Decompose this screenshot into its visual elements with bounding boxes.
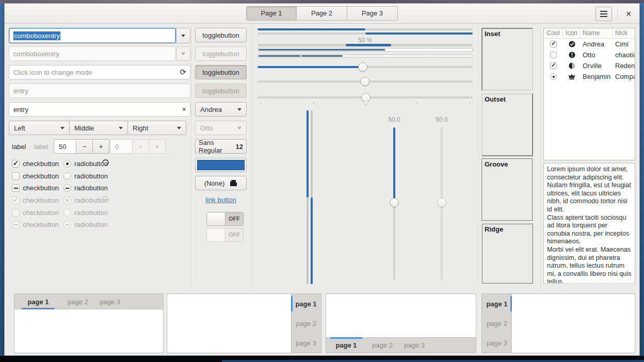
vertical-progressbar-down	[307, 110, 309, 284]
column-header-name[interactable]: Name	[581, 28, 613, 38]
combobox-otto-disabled: Otto	[195, 121, 247, 135]
vscale-disabled-value-label: 50.0	[426, 116, 457, 123]
checkbutton-unchecked[interactable]: checkbutton	[12, 171, 59, 180]
app-chooser-button[interactable]: (None)	[195, 176, 247, 190]
table-row[interactable]: Benjamin Compa…	[544, 71, 635, 82]
togglebutton-active-disabled: togglebutton	[195, 84, 247, 98]
radiobutton-unselected-disabled: radiobutton	[63, 208, 108, 217]
vscale-disabled	[437, 127, 446, 280]
switch-knob[interactable]	[207, 212, 226, 225]
radio-icon[interactable]	[63, 172, 71, 180]
close-button[interactable]	[623, 8, 634, 20]
pulse-progress-label: 50 %	[257, 37, 473, 44]
column-separator	[540, 25, 541, 287]
tab-page3[interactable]: page 3	[398, 337, 430, 353]
hscale[interactable]	[257, 62, 473, 72]
checkbox-icon	[12, 196, 20, 204]
titlebar: Page 1 Page 2 Page 3	[5, 4, 639, 24]
combobox-andrea[interactable]: Andrea	[195, 102, 247, 117]
hscale-with-marks[interactable]	[257, 93, 473, 107]
checkbox-icon[interactable]	[550, 62, 557, 69]
header-tab-page2[interactable]: Page 2	[297, 6, 347, 21]
radio-icon[interactable]	[63, 160, 71, 168]
tab-page2[interactable]: page 2	[366, 337, 398, 353]
tab-page1[interactable]: page 1	[326, 337, 366, 353]
chevron-down-icon	[60, 127, 65, 129]
spin-minus-button[interactable]: −	[76, 139, 93, 154]
tab-page1[interactable]: page 1	[291, 294, 321, 314]
selected-text: comboboxentry	[13, 31, 60, 40]
combobox-right[interactable]: Right	[127, 121, 186, 135]
togglebutton-active[interactable]: togglebutton	[195, 65, 247, 79]
tab-page2[interactable]: page 2	[62, 294, 94, 309]
tab-page1[interactable]: page 1	[14, 294, 62, 309]
radio-icon[interactable]	[550, 73, 557, 80]
tab-page3[interactable]: page 3	[94, 294, 126, 309]
treeview[interactable]: Cool Icon Name Nick Andrea Cimi Otto cha…	[543, 28, 635, 160]
chevron-down-icon	[177, 127, 181, 129]
spinbutton[interactable]: 50 − +	[54, 139, 109, 154]
radio-icon[interactable]	[63, 184, 71, 192]
comboboxentry-input[interactable]: comboboxentry	[9, 28, 176, 43]
checkbutton-indeterminate[interactable]: checkbutton	[12, 183, 59, 192]
link-button[interactable]: link button	[205, 196, 236, 204]
header-tab-page3[interactable]: Page 3	[347, 6, 398, 21]
tab-page3[interactable]: page 3	[482, 333, 512, 353]
header-tab-page1[interactable]: Page 1	[246, 6, 297, 21]
tab-page2[interactable]: page 2	[291, 314, 321, 333]
table-row[interactable]: Orville Reden…	[544, 60, 635, 71]
column-header-icon[interactable]: Icon	[563, 28, 581, 38]
chevron-down-icon	[181, 53, 185, 55]
combobox-left[interactable]: Left	[9, 121, 70, 135]
radiobutton-indeterminate[interactable]: radiobutton	[63, 183, 108, 192]
table-row[interactable]: Otto chaotic	[544, 50, 635, 60]
checkbox-icon[interactable]	[12, 172, 20, 180]
half-circle-icon	[569, 62, 575, 69]
radiobutton-selected[interactable]: radiobutton	[63, 159, 108, 168]
textview[interactable]: Lorem ipsum dolor sit amet, consectetur …	[543, 163, 635, 284]
comboboxentry-dropdown-button[interactable]	[176, 28, 190, 43]
clear-icon[interactable]: ×	[182, 105, 186, 113]
checkbox-icon[interactable]	[550, 41, 557, 47]
radio-icon	[63, 196, 71, 204]
levelbar-continuous	[257, 48, 473, 52]
vscale-handle[interactable]	[390, 198, 399, 207]
entry-input[interactable]	[9, 102, 190, 117]
tab-page2[interactable]: page 2	[482, 314, 512, 333]
tab-page1[interactable]: page 1	[482, 294, 512, 314]
menu-button[interactable]	[595, 7, 612, 21]
checkbutton-unchecked-disabled: checkbutton	[12, 208, 59, 217]
radio-icon	[63, 209, 71, 217]
hscale-handle[interactable]	[358, 62, 367, 72]
hscale-handle[interactable]	[360, 77, 369, 86]
tab-page3[interactable]: page 3	[291, 333, 321, 353]
checkbutton-checked[interactable]: checkbutton	[12, 159, 59, 168]
taskbar-accent	[222, 360, 644, 362]
notebook-tabs-right: page 1 page 2 page 3	[167, 293, 321, 353]
spin-plus-button[interactable]: +	[93, 139, 109, 154]
hscale-pin-handle[interactable]	[361, 93, 371, 102]
document-icon	[230, 180, 237, 187]
table-row[interactable]: Andrea Cimi	[544, 39, 635, 50]
checkbox-icon[interactable]	[12, 184, 20, 192]
vscale[interactable]	[390, 127, 399, 280]
refresh-icon[interactable]: ⟳	[180, 68, 186, 77]
treeview-header[interactable]: Cool Icon Name Nick	[544, 28, 635, 39]
spinbutton-value[interactable]: 50	[54, 139, 76, 154]
togglebutton[interactable]: togglebutton	[195, 28, 247, 42]
mode-entry-input[interactable]	[9, 65, 190, 79]
combobox-middle[interactable]: Middle	[69, 121, 128, 135]
font-button[interactable]: Sans Regular12	[195, 139, 247, 154]
color-button[interactable]	[195, 158, 247, 172]
spinbutton-disabled: 0 − +	[110, 139, 166, 154]
switch-off[interactable]: OFF	[206, 212, 244, 226]
radiobutton-indeterminate-disabled: radiobutton	[63, 220, 108, 229]
checkbox-icon[interactable]	[550, 52, 557, 58]
frame-groove: Groove	[481, 158, 533, 221]
radiobutton-unselected[interactable]: radiobutton	[63, 171, 108, 180]
column-header-nick[interactable]: Nick	[613, 28, 635, 38]
titlebar-separator	[617, 7, 618, 21]
checkbox-icon[interactable]	[12, 160, 20, 168]
hscale-no-fill[interactable]	[257, 77, 473, 86]
column-header-cool[interactable]: Cool	[544, 28, 563, 38]
